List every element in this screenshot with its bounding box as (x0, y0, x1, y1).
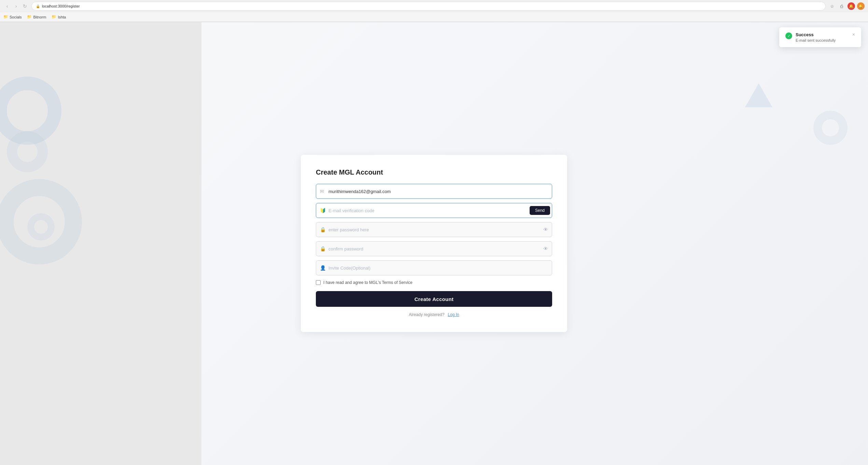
extension-icon-orange[interactable]: 🔔 (857, 2, 865, 10)
invite-icon: 👤 (320, 265, 326, 271)
bookmarks-bar: 📁 Socials 📁 Bitnorm 📁 Ishta (0, 12, 868, 22)
extension-icon-red[interactable]: 🔔 (848, 2, 855, 10)
toast-close-button[interactable]: × (852, 32, 855, 37)
nav-buttons: ‹ › ↻ (3, 2, 29, 10)
toast-notification: ✓ Success E-mail sent successfully × (779, 27, 861, 47)
toast-success-icon: ✓ (785, 32, 792, 39)
register-card: Create MGL Account ✉ 🔰 Send 🔒 👁 🔒 (301, 155, 567, 332)
create-account-button[interactable]: Create Account (316, 291, 552, 307)
bookmark-socials[interactable]: 📁 Socials (3, 15, 22, 19)
folder-icon-bitnorm: 📁 (27, 15, 32, 19)
share-icon[interactable]: ⎙ (838, 2, 845, 10)
bookmark-socials-label: Socials (10, 15, 22, 19)
confirm-password-toggle-icon[interactable]: 👁 (543, 246, 548, 251)
back-button[interactable]: ‹ (3, 2, 11, 10)
terms-row: I have read and agree to MGL's Terms of … (316, 280, 552, 285)
email-field-wrapper: ✉ (316, 184, 552, 199)
toast-message: E-mail sent successfully (796, 38, 849, 42)
url-text: localhost:3000/register (42, 4, 80, 8)
bookmark-ishta[interactable]: 📁 Ishta (52, 15, 66, 19)
terms-label: I have read and agree to MGL's Terms of … (323, 280, 412, 285)
verification-input[interactable] (316, 203, 552, 218)
confirm-password-lock-icon: 🔒 (320, 246, 326, 251)
reload-button[interactable]: ↻ (21, 2, 29, 10)
bookmark-bitnorm-label: Bitnorm (33, 15, 46, 19)
verification-field-wrapper: 🔰 Send (316, 203, 552, 218)
invite-code-input[interactable] (316, 260, 552, 275)
login-link[interactable]: Log In (448, 312, 459, 317)
already-registered-text: Already registered? (409, 312, 444, 317)
folder-icon-ishta: 📁 (52, 15, 56, 19)
main-content: Create MGL Account ✉ 🔰 Send 🔒 👁 🔒 (0, 22, 868, 465)
invite-code-field-wrapper: 👤 (316, 260, 552, 275)
password-toggle-icon[interactable]: 👁 (543, 227, 548, 232)
lock-icon: 🔒 (36, 4, 40, 8)
browser-toolbar-icons: ☆ ⎙ 🔔 🔔 (828, 2, 865, 10)
password-input[interactable] (316, 222, 552, 237)
password-field-wrapper: 🔒 👁 (316, 222, 552, 237)
page-background: Create MGL Account ✉ 🔰 Send 🔒 👁 🔒 (0, 22, 868, 465)
confirm-password-field-wrapper: 🔒 👁 (316, 241, 552, 256)
bookmark-icon[interactable]: ☆ (828, 2, 836, 10)
folder-icon-socials: 📁 (3, 15, 8, 19)
verification-icon: 🔰 (320, 208, 326, 213)
bookmark-ishta-label: Ishta (58, 15, 66, 19)
address-bar[interactable]: 🔒 localhost:3000/register (31, 2, 826, 11)
send-verification-button[interactable]: Send (530, 206, 550, 215)
browser-chrome: ‹ › ↻ 🔒 localhost:3000/register ☆ ⎙ 🔔 🔔 … (0, 0, 868, 22)
bookmark-bitnorm[interactable]: 📁 Bitnorm (27, 15, 46, 19)
email-icon: ✉ (320, 189, 324, 194)
login-row: Already registered? Log In (316, 312, 552, 317)
toast-title: Success (796, 32, 849, 37)
password-lock-icon: 🔒 (320, 227, 326, 232)
toast-content: Success E-mail sent successfully (796, 32, 849, 42)
form-title: Create MGL Account (316, 168, 552, 176)
terms-checkbox[interactable] (316, 280, 321, 285)
confirm-password-input[interactable] (316, 241, 552, 256)
forward-button[interactable]: › (12, 2, 20, 10)
browser-toolbar: ‹ › ↻ 🔒 localhost:3000/register ☆ ⎙ 🔔 🔔 (0, 0, 868, 12)
email-input[interactable] (316, 184, 552, 199)
